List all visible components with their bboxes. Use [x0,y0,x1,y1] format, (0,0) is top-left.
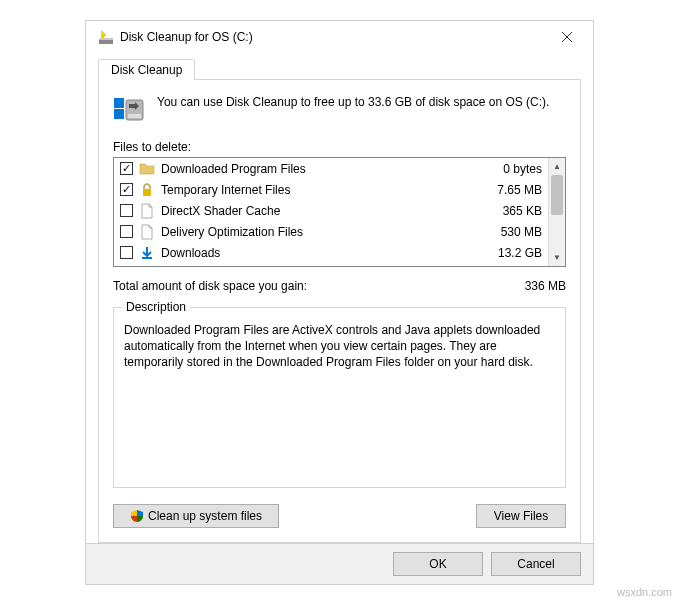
list-item-size: 0 bytes [503,162,542,176]
list-item-label: Downloads [161,246,492,260]
list-item[interactable]: Downloaded Program Files0 bytes [114,158,548,179]
disk-cleanup-dialog: Disk Cleanup for OS (C:) Disk Cleanup [85,20,594,585]
checkbox[interactable] [120,246,133,259]
cancel-button[interactable]: Cancel [491,552,581,576]
titlebar: Disk Cleanup for OS (C:) [86,21,593,53]
clean-system-files-button[interactable]: Clean up system files [113,504,279,528]
scrollbar[interactable]: ▲ ▼ [548,158,565,266]
list-item-size: 530 MB [501,225,542,239]
checkbox[interactable] [120,225,133,238]
checkbox[interactable] [120,162,133,175]
total-value: 336 MB [525,279,566,293]
list-item-label: Temporary Internet Files [161,183,491,197]
view-files-button[interactable]: View Files [476,504,566,528]
content-area: Disk Cleanup You can use Disk Cleanup to… [86,53,593,543]
files-to-delete-label: Files to delete: [113,140,566,154]
list-item-size: 7.65 MB [497,183,542,197]
list-item-size: 13.2 GB [498,246,542,260]
description-groupbox: Description Downloaded Program Files are… [113,307,566,488]
clean-system-files-label: Clean up system files [148,509,262,523]
svg-rect-1 [99,38,113,40]
list-item-label: Downloaded Program Files [161,162,497,176]
total-label: Total amount of disk space you gain: [113,279,307,293]
dialog-footer: OK Cancel [86,543,593,584]
scroll-track[interactable] [549,175,565,249]
app-icon [98,29,114,45]
description-title: Description [122,300,190,314]
file-icon [139,203,155,219]
files-listbox[interactable]: Downloaded Program Files0 bytesTemporary… [113,157,566,267]
info-row: You can use Disk Cleanup to free up to 3… [113,94,566,126]
list-item-size: 365 KB [503,204,542,218]
info-text: You can use Disk Cleanup to free up to 3… [157,94,549,126]
shield-icon [130,509,144,523]
watermark: wsxdn.com [617,586,672,598]
download-icon [139,245,155,261]
list-item-label: Delivery Optimization Files [161,225,495,239]
list-item[interactable]: DirectX Shader Cache365 KB [114,200,548,221]
file-icon [139,224,155,240]
close-button[interactable] [544,23,589,51]
scroll-up-button[interactable]: ▲ [549,158,565,175]
list-item[interactable]: Temporary Internet Files7.65 MB [114,179,548,200]
svg-rect-6 [128,114,141,118]
list-item-label: DirectX Shader Cache [161,204,497,218]
folder-icon [139,161,155,177]
list-item[interactable]: Delivery Optimization Files530 MB [114,221,548,242]
tab-disk-cleanup[interactable]: Disk Cleanup [98,59,195,80]
scroll-down-button[interactable]: ▼ [549,249,565,266]
tab-strip: Disk Cleanup [98,59,581,79]
list-item[interactable]: Downloads13.2 GB [114,242,548,263]
checkbox[interactable] [120,204,133,217]
total-row: Total amount of disk space you gain: 336… [113,279,566,293]
window-title: Disk Cleanup for OS (C:) [120,30,544,44]
description-text: Downloaded Program Files are ActiveX con… [124,322,555,371]
lock-icon [139,182,155,198]
checkbox[interactable] [120,183,133,196]
cleanup-icon [113,94,145,126]
view-files-label: View Files [494,509,548,523]
svg-rect-3 [114,109,124,119]
panel-buttons: Clean up system files View Files [113,504,566,528]
svg-rect-2 [114,98,124,108]
tab-panel: You can use Disk Cleanup to free up to 3… [98,79,581,543]
cancel-label: Cancel [517,557,554,571]
scroll-thumb[interactable] [551,175,563,215]
ok-button[interactable]: OK [393,552,483,576]
svg-rect-7 [143,189,151,196]
ok-label: OK [429,557,446,571]
